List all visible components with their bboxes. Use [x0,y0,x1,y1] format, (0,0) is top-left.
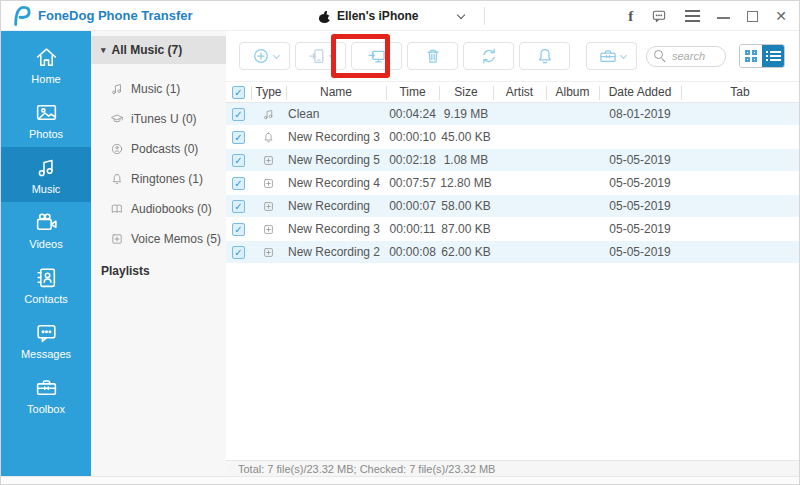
column-header-type[interactable]: Type [251,82,286,102]
cell-name: New Recording 4 [286,172,386,194]
category-label: Voice Memos (5) [131,232,221,246]
row-checkbox[interactable] [232,223,245,236]
podcast-icon [110,142,124,156]
grid-view-button[interactable] [740,45,762,67]
collapse-triangle-icon: ▾ [101,45,106,55]
row-checkbox[interactable] [232,108,245,121]
select-all-checkbox[interactable] [232,86,245,99]
cell-artist [493,218,546,240]
photos-icon [34,100,59,125]
column-header-tab[interactable]: Tab [681,82,799,102]
category-item-1[interactable]: iTunes U (0) [91,104,226,134]
cell-time: 00:00:11 [386,218,439,240]
cell-album [546,241,599,263]
add-circle-icon [251,46,271,66]
table-row[interactable]: New Recording 200:00:0862.00 KB05-05-201… [226,241,799,264]
row-checkbox[interactable] [232,154,245,167]
delete-button[interactable] [407,42,458,70]
audiobook-icon [110,202,124,216]
nav-item-videos[interactable]: Videos [1,202,91,257]
device-selector[interactable]: Ellen's iPhone [319,1,464,31]
apple-icon [319,11,330,23]
category-item-2[interactable]: Podcasts (0) [91,134,226,164]
cell-artist [493,241,546,263]
ringtone-maker-button[interactable] [519,42,570,70]
toolbox-small-icon [598,46,618,66]
nav-item-label: Toolbox [27,403,65,415]
more-tools-button[interactable] [586,42,637,70]
cell-album [546,195,599,217]
export-to-pc-button[interactable] [351,42,402,70]
cell-tab [681,195,799,217]
column-header-name[interactable]: Name [286,82,386,102]
column-header-artist[interactable]: Artist [493,82,546,102]
table-row[interactable]: New Recording 300:00:1045.00 KB [226,126,799,149]
category-item-0[interactable]: Music (1) [91,74,226,104]
close-button[interactable]: ✕ [775,9,787,23]
column-header-date-added[interactable]: Date Added [599,82,681,102]
app-window: FoneDog Phone Transfer Ellen's iPhone f … [0,0,800,485]
category-label: iTunes U (0) [131,112,197,126]
table-row[interactable]: New Recording 400:07:5712.80 MB05-05-201… [226,172,799,195]
totals-summary: Total: 7 file(s)/23.32 MB; Checked: 7 fi… [238,463,495,475]
cell-size: 12.80 MB [439,172,493,194]
nav-item-home[interactable]: Home [1,37,91,92]
row-checkbox[interactable] [232,200,245,213]
primary-nav: HomePhotosMusicVideosContactsMessagesToo… [1,31,91,476]
add-button[interactable] [239,42,290,70]
cell-date-added: 05-05-2019 [599,172,681,194]
column-header-size[interactable]: Size [439,82,493,102]
music-note-icon [262,108,275,121]
playlists-header[interactable]: Playlists [91,254,226,278]
facebook-icon[interactable]: f [628,8,633,25]
cell-artist [493,172,546,194]
nav-item-label: Home [31,73,60,85]
table-row[interactable]: New Recording00:00:0758.00 KB05-05-2019 [226,195,799,218]
cell-time: 00:02:18 [386,149,439,171]
nav-item-music[interactable]: Music [1,147,91,202]
cell-time: 00:04:24 [386,103,439,125]
list-view-button[interactable] [762,45,784,67]
minimize-button[interactable] [717,17,730,19]
category-item-4[interactable]: Audiobooks (0) [91,194,226,224]
maximize-button[interactable] [747,11,758,22]
view-toggle [739,44,785,68]
feedback-icon[interactable] [650,8,668,24]
trash-icon [423,46,443,66]
chevron-down-icon [619,51,626,58]
row-checkbox[interactable] [232,246,245,259]
category-item-5[interactable]: Voice Memos (5) [91,224,226,254]
column-header-time[interactable]: Time [386,82,439,102]
table-row[interactable]: Clean00:04:249.19 MB08-01-2019 [226,103,799,126]
column-header-album[interactable]: Album [546,82,599,102]
nav-item-photos[interactable]: Photos [1,92,91,147]
cell-artist [493,103,546,125]
nav-item-toolbox[interactable]: Toolbox [1,367,91,422]
row-checkbox[interactable] [232,131,245,144]
row-checkbox[interactable] [232,177,245,190]
refresh-button[interactable] [463,42,514,70]
menu-icon[interactable] [685,10,700,21]
category-item-3[interactable]: Ringtones (1) [91,164,226,194]
nav-item-messages[interactable]: Messages [1,312,91,367]
ringtone-icon [262,131,275,144]
nav-item-contacts[interactable]: Contacts [1,257,91,312]
toolbar-buttons [239,42,637,70]
cell-size: 62.00 KB [439,241,493,263]
table-row[interactable]: New Recording 500:02:181.08 MB05-05-2019 [226,149,799,172]
cell-time: 00:00:08 [386,241,439,263]
music-note-icon [110,82,124,96]
app-title: FoneDog Phone Transfer [38,8,193,23]
title-bar: FoneDog Phone Transfer Ellen's iPhone f … [1,1,799,31]
list-view-icon [766,49,781,63]
all-music-header[interactable]: ▾ All Music (7) [91,36,226,64]
table-row[interactable]: New Recording 300:00:1187.00 KB05-05-201… [226,218,799,241]
device-name: Ellen's iPhone [337,9,419,23]
cell-size: 87.00 KB [439,218,493,240]
export-to-device-button[interactable] [295,42,346,70]
cell-name: New Recording 5 [286,149,386,171]
cell-name: New Recording [286,195,386,217]
cell-tab [681,172,799,194]
cell-date-added: 05-05-2019 [599,218,681,240]
brand: FoneDog Phone Transfer [9,4,193,27]
